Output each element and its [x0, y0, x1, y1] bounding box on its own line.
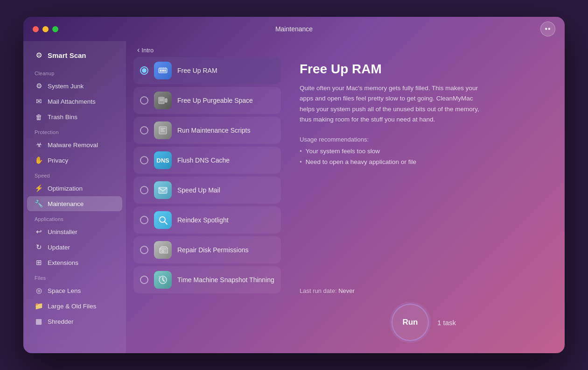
- system-junk-label: System Junk: [48, 83, 84, 90]
- run-task-count: 1 task: [437, 319, 456, 327]
- uninstaller-label: Uninstaller: [48, 228, 77, 235]
- maximize-button[interactable]: [52, 26, 58, 32]
- task-label-scripts: Run Maintenance Scripts: [177, 127, 250, 134]
- titlebar: Maintenance ••: [23, 17, 565, 41]
- smart-scan-icon: ⊙: [35, 51, 43, 59]
- shredder-icon: ▦: [35, 317, 43, 326]
- task-label-free-up-ram: Free Up RAM: [177, 67, 217, 74]
- ram-icon: [154, 62, 172, 79]
- sidebar-item-large-old-files[interactable]: 📁 Large & Old Files: [27, 299, 122, 313]
- task-radio-dns[interactable]: [140, 156, 148, 164]
- purgeable-icon: [154, 92, 172, 109]
- large-old-files-icon: 📁: [35, 302, 43, 310]
- task-radio-mail[interactable]: [140, 186, 148, 194]
- sidebar-item-smart-scan[interactable]: ⊙ Smart Scan: [27, 46, 122, 64]
- sidebar-item-malware-removal[interactable]: ☣ Malware Removal: [27, 137, 122, 152]
- task-item-purgeable[interactable]: Free Up Purgeable Space: [133, 87, 281, 114]
- run-button[interactable]: Run: [392, 304, 429, 341]
- task-item-scripts[interactable]: Run Maintenance Scripts: [133, 117, 281, 144]
- task-item-free-up-ram[interactable]: Free Up RAM: [133, 57, 281, 84]
- maintenance-icon: 🔧: [35, 199, 43, 208]
- mail-attachments-label: Mail Attachments: [48, 98, 96, 105]
- malware-removal-icon: ☣: [35, 141, 43, 149]
- task-item-dns[interactable]: DNS Flush DNS Cache: [133, 147, 281, 174]
- task-radio-purgeable[interactable]: [140, 96, 148, 105]
- svg-line-19: [165, 222, 168, 225]
- privacy-icon: ✋: [35, 156, 43, 164]
- task-item-spotlight[interactable]: Reindex Spotlight: [133, 206, 281, 234]
- last-run-label: Last run date:: [300, 287, 337, 294]
- section-cleanup-label: Cleanup: [23, 66, 126, 78]
- back-button[interactable]: ‹ Intro: [137, 46, 154, 54]
- back-chevron-icon: ‹: [137, 46, 140, 54]
- sidebar-item-maintenance[interactable]: 🔧 Maintenance: [27, 196, 122, 211]
- sidebar-item-uninstaller[interactable]: ↩ Uninstaller: [27, 224, 122, 239]
- main-panel: ‹ Intro: [126, 41, 565, 353]
- task-radio-scripts[interactable]: [140, 126, 148, 135]
- window-title: Maintenance: [275, 25, 313, 33]
- space-lens-icon: ◎: [35, 286, 43, 295]
- task-label-spotlight: Reindex Spotlight: [177, 216, 229, 224]
- sidebar-item-shredder[interactable]: ▦ Shredder: [27, 314, 122, 329]
- last-run-value: Never: [338, 287, 355, 294]
- options-button[interactable]: ••: [540, 21, 555, 36]
- app-window: Maintenance •• ⊙ Smart Scan Cleanup ⚙ Sy…: [23, 17, 565, 353]
- sidebar-item-space-lens[interactable]: ◎ Space Lens: [27, 283, 122, 298]
- mail-attachments-icon: ✉: [35, 97, 43, 106]
- section-protection-label: Protection: [23, 125, 126, 137]
- task-radio-timemachine[interactable]: [140, 276, 148, 284]
- detail-description: Quite often your Mac's memory gets fully…: [300, 83, 486, 125]
- section-files-label: Files: [23, 270, 126, 283]
- back-label: Intro: [141, 47, 154, 54]
- sidebar-item-trash-bins[interactable]: 🗑 Trash Bins: [27, 109, 122, 124]
- svg-rect-10: [165, 99, 167, 102]
- usage-item-0: Your system feels too slow: [300, 148, 548, 155]
- svg-rect-1: [160, 70, 161, 71]
- usage-label: Usage recommendations:: [300, 136, 548, 143]
- extensions-label: Extensions: [48, 259, 78, 266]
- task-item-disk[interactable]: Repair Disk Permissions: [133, 236, 281, 263]
- main-header: ‹ Intro: [126, 41, 565, 57]
- content-area: ⊙ Smart Scan Cleanup ⚙ System Junk ✉ Mai…: [23, 41, 565, 353]
- run-row: Run 1 task: [300, 304, 548, 341]
- sidebar-item-optimization[interactable]: ⚡ Optimization: [27, 181, 122, 196]
- optimization-label: Optimization: [48, 185, 83, 192]
- trash-bins-label: Trash Bins: [48, 114, 77, 121]
- updater-label: Updater: [48, 244, 70, 251]
- task-label-mail: Speed Up Mail: [177, 186, 220, 194]
- smart-scan-label: Smart Scan: [48, 51, 86, 59]
- task-radio-free-up-ram[interactable]: [140, 66, 148, 75]
- section-applications-label: Applications: [23, 212, 126, 224]
- task-label-dns: Flush DNS Cache: [177, 157, 230, 164]
- optimization-icon: ⚡: [35, 184, 43, 192]
- trash-bins-icon: 🗑: [35, 113, 43, 121]
- spotlight-icon: [154, 211, 172, 229]
- task-item-timemachine[interactable]: Time Machine Snapshot Thinning: [133, 266, 281, 293]
- sidebar-item-privacy[interactable]: ✋ Privacy: [27, 153, 122, 168]
- sidebar-item-system-junk[interactable]: ⚙ System Junk: [27, 78, 122, 93]
- privacy-label: Privacy: [48, 157, 68, 164]
- task-radio-disk[interactable]: [140, 246, 148, 254]
- sidebar-item-updater[interactable]: ↻ Updater: [27, 240, 122, 255]
- close-button[interactable]: [33, 26, 39, 32]
- task-item-mail[interactable]: Speed Up Mail: [133, 177, 281, 204]
- minimize-button[interactable]: [42, 26, 49, 32]
- detail-footer: Last run date: Never Run 1 task: [300, 280, 548, 341]
- task-radio-spotlight[interactable]: [140, 216, 148, 224]
- svg-rect-3: [163, 70, 164, 71]
- traffic-lights: [33, 26, 58, 32]
- task-label-timemachine: Time Machine Snapshot Thinning: [177, 276, 274, 284]
- section-speed-label: Speed: [23, 168, 126, 180]
- last-run-info: Last run date: Never: [300, 287, 548, 294]
- svg-rect-4: [165, 70, 166, 71]
- malware-removal-label: Malware Removal: [48, 142, 98, 149]
- task-list: Free Up RAM Free Up Purgeabl: [133, 57, 283, 346]
- uninstaller-icon: ↩: [35, 228, 43, 236]
- updater-icon: ↻: [35, 243, 43, 251]
- sidebar-item-mail-attachments[interactable]: ✉ Mail Attachments: [27, 94, 122, 109]
- scripts-icon: [154, 121, 172, 139]
- maintenance-label: Maintenance: [48, 200, 84, 207]
- usage-list: Your system feels too slow Need to open …: [300, 148, 548, 165]
- task-label-purgeable: Free Up Purgeable Space: [177, 97, 253, 104]
- sidebar-item-extensions[interactable]: ⊞ Extensions: [27, 255, 122, 270]
